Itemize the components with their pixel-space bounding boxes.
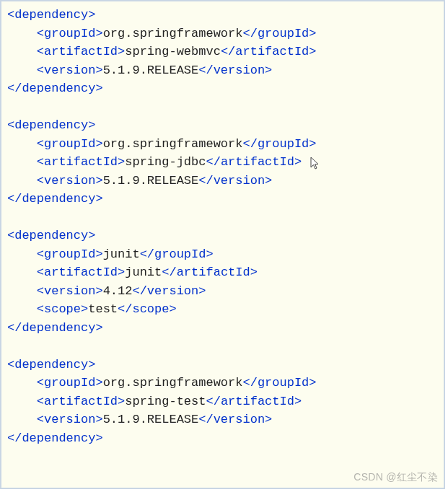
dep0-close: </dependency> bbox=[7, 79, 438, 98]
dep1-open: <dependency> bbox=[7, 116, 438, 135]
dep3-close: </dependency> bbox=[7, 429, 438, 448]
dep1-version: <version>5.1.9.RELEASE</version> bbox=[7, 172, 438, 190]
dep3-groupId: <groupId>org.springframework</groupId> bbox=[7, 374, 438, 392]
blank bbox=[7, 98, 438, 117]
dep3-artifactId: <artifactId>spring-test</artifactId> bbox=[7, 392, 438, 411]
dep2-artifactId: <artifactId>junit</artifactId> bbox=[7, 263, 438, 282]
dep2-version: <version>4.12</version> bbox=[7, 282, 438, 301]
blank bbox=[7, 208, 438, 227]
pom-xml-snippet: <dependency> <groupId>org.springframewor… bbox=[0, 0, 445, 489]
dep3-open: <dependency> bbox=[7, 356, 438, 374]
dep0-groupId: <groupId>org.springframework</groupId> bbox=[7, 25, 438, 43]
dep2-open: <dependency> bbox=[7, 227, 438, 245]
dep1-artifactId: <artifactId>spring-jdbc</artifactId> bbox=[7, 153, 438, 172]
dep0-version: <version>5.1.9.RELEASE</version> bbox=[7, 61, 438, 80]
dep0-open: <dependency> bbox=[7, 6, 438, 25]
dep1-groupId: <groupId>org.springframework</groupId> bbox=[7, 135, 438, 154]
csdn-watermark: CSDN @红尘不染 bbox=[353, 470, 438, 485]
dep3-version: <version>5.1.9.RELEASE</version> bbox=[7, 410, 438, 429]
blank bbox=[7, 337, 438, 356]
dep2-close: </dependency> bbox=[7, 319, 438, 338]
dep2-scope: <scope>test</scope> bbox=[7, 300, 438, 319]
dep1-close: </dependency> bbox=[7, 190, 438, 208]
dep0-artifactId: <artifactId>spring-webmvc</artifactId> bbox=[7, 43, 438, 61]
dep2-groupId: <groupId>junit</groupId> bbox=[7, 245, 438, 264]
